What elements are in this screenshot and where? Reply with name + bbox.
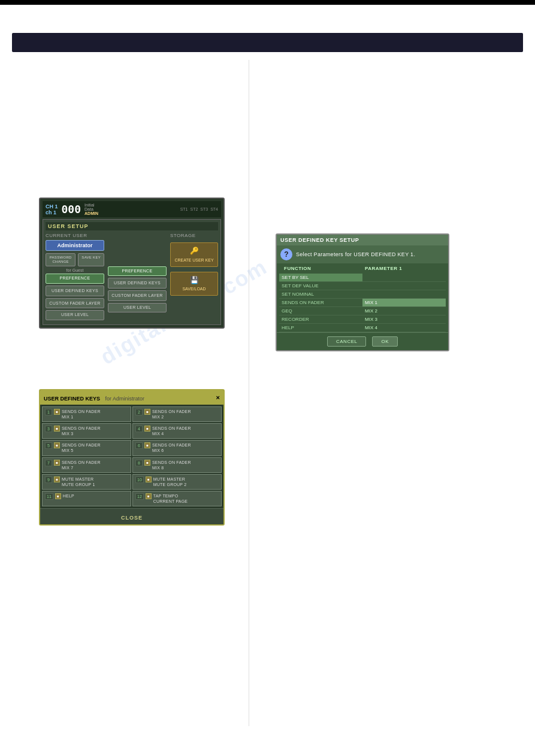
udk-key-text: TAP TEMPOCURRENT PAGE bbox=[153, 493, 188, 504]
udks-rows: SET BY SEL SET DEF VALUE SET NOMINAL SEN… bbox=[279, 274, 446, 332]
udk-panel: USER DEFINED KEYS for Administrator × 1 … bbox=[39, 389, 225, 526]
ok-btn[interactable]: OK bbox=[372, 336, 398, 347]
vertical-divider bbox=[249, 60, 249, 726]
question-text: Select Parameters for USER DEFINED KEY 1… bbox=[296, 251, 415, 257]
udks-param-cell bbox=[362, 282, 446, 290]
udk-row-right: USER DEFINED KEYS bbox=[108, 278, 167, 289]
udk-key-6[interactable]: 6 ■ SENDS ON FADERMIX 6 bbox=[132, 440, 222, 456]
udk-key-num: 5 bbox=[45, 442, 52, 449]
save-load-btn[interactable]: 💾 SAVE/LOAD bbox=[170, 272, 218, 296]
custom-fader-row-left: CUSTOM FADER LAYER bbox=[46, 298, 104, 309]
udk-key-num: 10 bbox=[135, 476, 144, 483]
udks-row[interactable]: SET DEF VALUE bbox=[279, 282, 446, 290]
user-setup-title: USER SETUP bbox=[46, 222, 218, 230]
password-change-btn[interactable]: PASSWORD CHANGE bbox=[46, 253, 75, 266]
udk-key-3[interactable]: 3 ■ SENDS ON FADERMIX 3 bbox=[42, 423, 131, 439]
udk-close-label: CLOSE bbox=[121, 515, 143, 521]
udks-param-cell: MIX 3 bbox=[362, 315, 446, 323]
save-key-btn[interactable]: SAVE KEY bbox=[78, 253, 104, 266]
udk-key-7[interactable]: 7 ■ SENDS ON FADERMIX 7 bbox=[42, 457, 131, 473]
udks-row[interactable]: SET BY SEL bbox=[279, 274, 446, 282]
user-level-row-left: USER LEVEL bbox=[46, 310, 104, 320]
udk-key-text: SENDS ON FADERMIX 6 bbox=[152, 442, 191, 453]
udks-func-cell: SET NOMINAL bbox=[279, 290, 362, 298]
udk-key-text: HELP bbox=[63, 493, 74, 499]
udks-title-bar: USER DEFINED KEY SETUP bbox=[277, 235, 448, 245]
col-param1-header: PARAMETER 1 bbox=[362, 265, 443, 272]
udk-key-icon: ■ bbox=[144, 460, 150, 466]
udk-key-text: SENDS ON FADERMIX 8 bbox=[152, 460, 191, 470]
udks-row[interactable]: SENDS ON FADER MIX 1 bbox=[279, 299, 446, 307]
udk-key-icon: ■ bbox=[146, 476, 152, 482]
ch-label: CH 1 ch 1 bbox=[46, 204, 58, 215]
udk-key-11[interactable]: 11 ■ HELP bbox=[42, 491, 131, 506]
custom-fader-btn-left[interactable]: CUSTOM FADER LAYER bbox=[46, 298, 104, 309]
udk-key-text: SENDS ON FADERMIX 2 bbox=[152, 409, 191, 420]
udks-param-cell: MIX 1 bbox=[362, 299, 446, 306]
udk-keys-grid: 1 ■ SENDS ON FADERMIX 1 2 ■ SENDS ON FAD… bbox=[40, 405, 223, 508]
udk-title-bar: USER DEFINED KEYS for Administrator × bbox=[40, 390, 223, 405]
udk-key-icon: ■ bbox=[54, 409, 60, 415]
guest-col: PREFERENCE USER DEFINED KEYS CUSTOM FADE… bbox=[108, 233, 167, 322]
udk-key-text: MUTE MASTERMUTE GROUP 2 bbox=[153, 476, 187, 487]
key-icon: 🔑 bbox=[173, 247, 215, 256]
udks-func-cell: GEQ bbox=[279, 307, 362, 315]
udk-key-text: SENDS ON FADERMIX 1 bbox=[62, 409, 101, 420]
udk-key-4[interactable]: 4 ■ SENDS ON FADERMIX 4 bbox=[132, 423, 222, 439]
udks-row[interactable]: RECORDER MIX 3 bbox=[279, 315, 446, 324]
udk-key-2[interactable]: 2 ■ SENDS ON FADERMIX 2 bbox=[132, 406, 222, 422]
udks-row[interactable]: HELP MIX 4 bbox=[279, 324, 446, 332]
udk-title: USER DEFINED KEYS for Administrator bbox=[44, 392, 144, 403]
mixer-topbar: CH 1 ch 1 000 Initial Data ADMIN ST1 ST2… bbox=[43, 201, 221, 217]
udk-key-num: 11 bbox=[45, 493, 53, 500]
admin-name-badge[interactable]: Administrator bbox=[46, 240, 104, 251]
custom-fader-btn-right[interactable]: CUSTOM FADER LAYER bbox=[108, 290, 167, 301]
udk-key-num: 2 bbox=[135, 409, 143, 415]
udk-key-num: 4 bbox=[135, 426, 143, 432]
udk-key-12[interactable]: 12 ■ TAP TEMPOCURRENT PAGE bbox=[132, 491, 222, 506]
udks-param-cell: MIX 4 bbox=[362, 324, 446, 332]
udks-row[interactable]: SET NOMINAL bbox=[279, 290, 446, 299]
user-setup-panel: CH 1 ch 1 000 Initial Data ADMIN ST1 ST2… bbox=[39, 198, 225, 329]
preference-btn-right[interactable]: PREFERENCE bbox=[108, 266, 167, 276]
udk-key-8[interactable]: 8 ■ SENDS ON FADERMIX 8 bbox=[132, 457, 222, 473]
udk-key-icon: ■ bbox=[55, 493, 61, 499]
udk-key-icon: ■ bbox=[146, 493, 152, 499]
preference-btn-left[interactable]: PREFERENCE bbox=[46, 274, 104, 283]
udk-key-text: SENDS ON FADERMIX 4 bbox=[152, 426, 191, 436]
udks-func-cell: HELP bbox=[279, 324, 362, 332]
udks-func-cell: SENDS ON FADER bbox=[279, 299, 362, 306]
udk-key-num: 3 bbox=[45, 426, 52, 432]
cancel-btn[interactable]: CANCEL bbox=[327, 336, 366, 347]
udk-key-1[interactable]: 1 ■ SENDS ON FADERMIX 1 bbox=[42, 406, 131, 422]
udks-param-cell bbox=[362, 274, 446, 281]
udk-key-icon: ■ bbox=[54, 442, 60, 448]
user-level-btn-right[interactable]: USER LEVEL bbox=[108, 303, 167, 312]
udk-close-x-btn[interactable]: × bbox=[216, 394, 220, 401]
preference-row-left: PREFERENCE bbox=[46, 274, 104, 283]
udks-row[interactable]: GEQ MIX 2 bbox=[279, 307, 446, 315]
storage-col: STORAGE 🔑 CREATE USER KEY 💾 SAVE/LOAD bbox=[170, 233, 218, 322]
udks-btn-row: CANCEL OK bbox=[277, 332, 448, 350]
udk-close-bar[interactable]: CLOSE bbox=[40, 508, 223, 524]
udk-key-10[interactable]: 10 ■ MUTE MASTERMUTE GROUP 2 bbox=[132, 474, 222, 490]
udks-param-cell: MIX 2 bbox=[362, 307, 446, 315]
udk-key-9[interactable]: 9 ■ MUTE MASTERMUTE GROUP 1 bbox=[42, 474, 131, 490]
mixer-labels: Initial Data ADMIN bbox=[84, 203, 98, 215]
mixer-num: 000 bbox=[62, 203, 81, 215]
udk-key-text: MUTE MASTERMUTE GROUP 1 bbox=[62, 476, 95, 487]
udks-table-wrapper: FUNCTION PARAMETER 1 SET BY SEL SET DEF … bbox=[277, 263, 448, 332]
user-level-btn-left[interactable]: USER LEVEL bbox=[46, 310, 104, 320]
custom-fader-row-right: CUSTOM FADER LAYER bbox=[108, 290, 167, 301]
mixer-sts: ST1 ST2 ST3 ST4 bbox=[180, 207, 218, 211]
udk-btn-right[interactable]: USER DEFINED KEYS bbox=[108, 278, 167, 289]
udk-key-text: SENDS ON FADERMIX 7 bbox=[62, 460, 101, 470]
current-user-col: CURRENT USER Administrator PASSWORD CHAN… bbox=[46, 233, 104, 322]
udk-btn-left[interactable]: USER DEFINED KEYS bbox=[46, 286, 104, 296]
col-function-header: FUNCTION bbox=[282, 265, 362, 272]
udk-key-icon: ■ bbox=[54, 476, 60, 482]
udk-key-5[interactable]: 5 ■ SENDS ON FADERMIX 5 bbox=[42, 440, 131, 456]
udk-key-num: 6 bbox=[135, 442, 143, 449]
create-user-key-btn[interactable]: 🔑 CREATE USER KEY bbox=[170, 242, 218, 267]
udks-func-cell: SET DEF VALUE bbox=[279, 282, 362, 290]
